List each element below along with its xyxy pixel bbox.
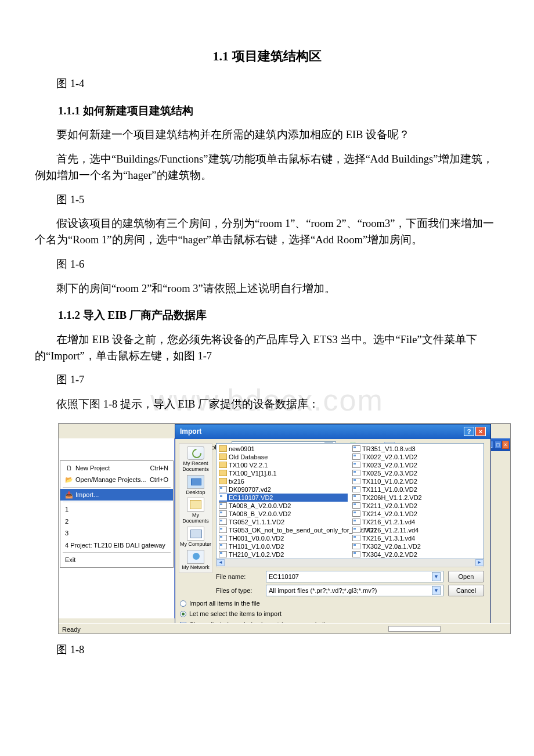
radio-icon[interactable] xyxy=(180,611,186,617)
screenshot-import-dialog: ETS3 File View Diagnostics Extras Help 🗋… xyxy=(58,423,511,634)
file-name-label: File name: xyxy=(216,572,261,582)
file-icon xyxy=(352,486,360,492)
file-icon xyxy=(219,510,227,517)
menu-item-import[interactable]: 📥Import... xyxy=(60,489,173,501)
para: 首先，选中“Buildings/Functions”建筑/功能项单击鼠标右键，选… xyxy=(35,152,499,184)
place-desktop[interactable]: Desktop xyxy=(186,475,205,496)
menu-item-recent-2[interactable]: 2 xyxy=(60,516,173,528)
dialog-titlebar[interactable]: Import ? × xyxy=(175,424,490,439)
file-icon xyxy=(352,462,360,468)
status-text: Ready xyxy=(62,626,81,633)
radio-icon[interactable] xyxy=(180,600,186,607)
document-body: 1.1 项目建筑结构区 图 1-4 1.1.1 如何新建项目建筑结构 要如何新建… xyxy=(35,46,499,658)
new-icon: 🗋 xyxy=(65,463,73,473)
scroll-left-icon[interactable]: ◄ xyxy=(217,559,225,566)
folder-icon xyxy=(219,470,227,476)
opt-import-all[interactable]: Import all items in the file xyxy=(180,599,326,609)
file-icon xyxy=(219,502,227,509)
maximize-button[interactable]: □ xyxy=(495,441,501,449)
menu-item-recent-4[interactable]: 4 Project: TL210 EIB DALI gateway xyxy=(60,539,173,552)
folder-icon xyxy=(219,478,227,484)
caption-1-8: 图 1-8 xyxy=(35,642,499,658)
menu-item-recent-1[interactable]: 1 xyxy=(60,503,173,516)
chevron-down-icon[interactable]: ▼ xyxy=(432,572,441,581)
opt-let-me-select[interactable]: Let me select the items to import xyxy=(180,609,326,619)
file-icon xyxy=(219,486,227,492)
folder-icon xyxy=(219,453,227,460)
open-button[interactable]: Open xyxy=(448,571,484,582)
file-icon xyxy=(352,551,360,557)
para: 在增加 EIB 设备之前，您必须先将设备的产品库导入 ETS3 当中。选中“Fi… xyxy=(35,332,499,365)
para: 假设该项目的建筑物有三个房间，分别为“room 1”、“room 2”、“roo… xyxy=(35,216,499,249)
place-recent-documents[interactable]: My Recent Documents xyxy=(179,446,212,473)
file-type-combo[interactable]: All import files (*.pr?;*.vd?;*.gl3;*.mv… xyxy=(266,585,443,596)
heading-1: 1.1 项目建筑结构区 xyxy=(35,46,499,66)
file-menu-dropdown[interactable]: 🗋New Project Ctrl+N 📂Open/Manage Project… xyxy=(60,460,174,568)
file-type-value: All import files (*.pr?;*.vd?;*.gl3;*.mv… xyxy=(269,586,377,596)
file-type-label: Files of type: xyxy=(216,586,261,596)
file-icon xyxy=(352,470,360,476)
chevron-down-icon[interactable]: ▼ xyxy=(432,586,441,595)
menu-item-exit[interactable]: Exit xyxy=(60,554,173,566)
shortcut: Ctrl+O xyxy=(150,475,168,485)
heading-1-1-1: 1.1.1 如何新建项目建筑结构 xyxy=(58,103,499,120)
shortcut: Ctrl+N xyxy=(150,463,168,473)
file-name-value: EC110107 xyxy=(269,572,299,582)
place-my-network[interactable]: My Network xyxy=(182,550,210,571)
file-icon xyxy=(352,478,360,484)
file-icon xyxy=(352,453,360,460)
file-icon xyxy=(352,519,360,525)
folder-icon xyxy=(219,462,227,468)
file-icon xyxy=(352,510,360,517)
menu-separator xyxy=(63,552,171,553)
place-my-computer[interactable]: My Computer xyxy=(180,527,211,548)
menu-item-open-manage[interactable]: 📂Open/Manage Projects... Ctrl+O xyxy=(60,474,173,486)
scroll-right-icon[interactable]: ► xyxy=(475,559,484,566)
heading-1-1-2: 1.1.2 导入 EIB 厂商产品数据库 xyxy=(58,307,499,324)
dialog-help-button[interactable]: ? xyxy=(464,427,474,436)
file-icon xyxy=(219,494,227,501)
file-form: File name: EC110107 ▼ Open Files of type… xyxy=(216,571,484,599)
open-icon: 📂 xyxy=(65,475,73,485)
import-icon: 📥 xyxy=(65,490,73,500)
file-icon xyxy=(219,535,227,541)
file-icon xyxy=(352,543,360,549)
menu-item-recent-3[interactable]: 3 xyxy=(60,527,173,539)
places-bar: My Recent Documents Desktop My Documents… xyxy=(179,443,212,573)
file-icon xyxy=(219,551,227,557)
caption-1-4: 图 1-4 xyxy=(35,76,499,92)
file-icon xyxy=(219,543,227,549)
menu-separator xyxy=(63,487,171,488)
file-list[interactable]: new0901Old DatabaseTX100 V2.2.1TX100_V1[… xyxy=(216,443,484,559)
dialog-title-text: Import xyxy=(180,426,201,437)
caption-1-6: 图 1-6 xyxy=(35,257,499,273)
dialog-close-button[interactable]: × xyxy=(475,427,486,436)
para: 剩下的房间“room 2”和“room 3”请依照上述说明自行增加。 xyxy=(35,281,499,297)
status-bar: Ready xyxy=(59,623,510,633)
caption-1-7: 图 1-7 xyxy=(35,372,499,388)
close-button[interactable]: × xyxy=(502,441,509,449)
progress-bar xyxy=(388,626,441,632)
file-icon xyxy=(352,535,360,541)
file-icon xyxy=(352,502,360,509)
menu-item-new-project[interactable]: 🗋New Project Ctrl+N xyxy=(60,462,173,474)
para: 要如何新建一个项目建筑结构并在所需的建筑内添加相应的 EIB 设备呢？ xyxy=(35,127,499,143)
file-icon xyxy=(219,519,227,525)
file-name-input[interactable]: EC110107 ▼ xyxy=(266,571,443,582)
para: 依照下图 1-8 提示，导入 EIB 厂家提供的设备数据库： xyxy=(35,397,499,413)
file-icon xyxy=(352,445,360,452)
file-icon xyxy=(352,494,360,501)
menu-separator xyxy=(63,502,171,502)
file-icon xyxy=(352,527,360,533)
cancel-button[interactable]: Cancel xyxy=(448,585,484,596)
caption-1-5: 图 1-5 xyxy=(35,192,499,208)
horizontal-scrollbar[interactable]: ◄ ► xyxy=(216,559,484,567)
folder-icon xyxy=(219,445,227,452)
import-dialog: Import ? × Look in: tebis db ▼ ↶ 📁 📂 ▦▾ xyxy=(175,424,491,624)
place-my-documents[interactable]: My Documents xyxy=(179,498,212,524)
file-icon xyxy=(219,527,227,533)
